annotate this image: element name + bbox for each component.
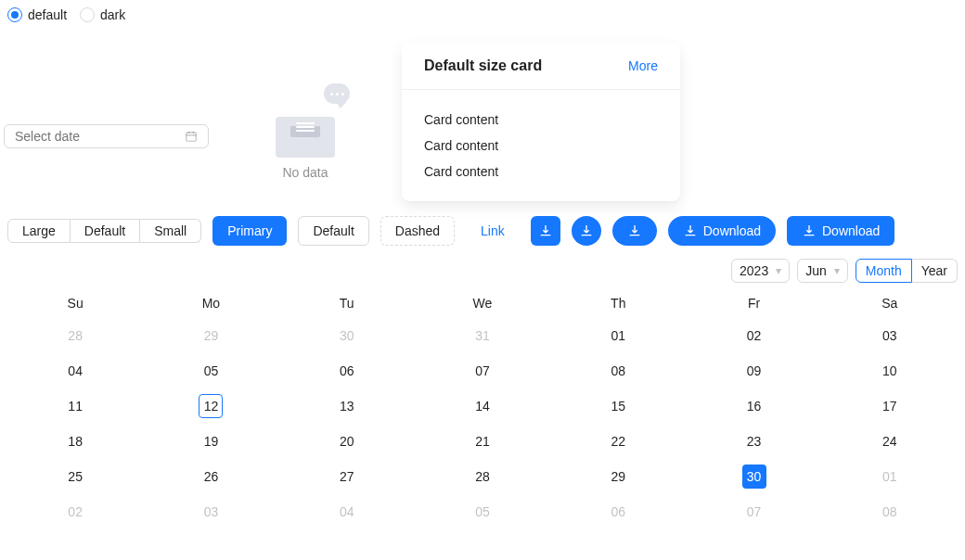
calendar-cell[interactable]: 19	[143, 424, 278, 459]
calendar-date: 07	[742, 500, 766, 524]
calendar-cell[interactable]: 12	[143, 388, 278, 424]
calendar-cell[interactable]: 03	[143, 494, 278, 529]
card-extra-link[interactable]: More	[628, 58, 658, 73]
size-small-button[interactable]: Small	[140, 219, 201, 243]
date-picker[interactable]	[4, 124, 209, 148]
size-button-group: Large Default Small	[7, 219, 201, 243]
calendar-cell[interactable]: 07	[686, 494, 821, 529]
download-icon	[683, 223, 698, 238]
download-button-round[interactable]: Download	[668, 216, 776, 246]
calendar-cell[interactable]: 28	[415, 459, 550, 494]
size-large-button[interactable]: Large	[7, 219, 71, 243]
theme-radio-default[interactable]: default	[7, 7, 67, 22]
calendar: 2023 ▾ Jun ▾ Month Year SuMoTuWeThFrSa 2…	[0, 253, 965, 539]
radio-dot-icon	[7, 7, 22, 22]
calendar-cell[interactable]: 11	[7, 388, 143, 424]
calendar-date: 26	[199, 465, 223, 489]
theme-radio-dark[interactable]: dark	[80, 7, 125, 22]
calendar-cell[interactable]: 06	[550, 494, 686, 529]
calendar-cell[interactable]: 01	[550, 318, 686, 353]
calendar-cell[interactable]: 01	[822, 459, 958, 494]
card-content-line: Card content	[424, 138, 658, 153]
download-button[interactable]: Download	[787, 216, 894, 246]
calendar-date: 24	[878, 429, 902, 453]
primary-button[interactable]: Primary	[212, 216, 287, 246]
empty-illustration-icon	[259, 83, 352, 158]
calendar-cell[interactable]: 22	[550, 424, 686, 459]
calendar-cell[interactable]: 02	[686, 318, 821, 353]
calendar-date: 28	[63, 324, 87, 348]
calendar-cell[interactable]: 30	[686, 459, 821, 494]
calendar-cell[interactable]: 24	[822, 424, 958, 459]
buttons-toolbar: Large Default Small Primary Default Dash…	[0, 209, 965, 253]
size-default-button[interactable]: Default	[71, 219, 140, 243]
calendar-cell[interactable]: 29	[143, 318, 278, 353]
calendar-date: 21	[470, 429, 495, 453]
calendar-date: 01	[878, 465, 902, 489]
mode-year-button[interactable]: Year	[912, 259, 958, 283]
calendar-cell[interactable]: 21	[415, 424, 550, 459]
calendar-cell[interactable]: 04	[279, 494, 415, 529]
calendar-date: 03	[199, 500, 223, 524]
year-select[interactable]: 2023 ▾	[731, 259, 790, 283]
month-select[interactable]: Jun ▾	[797, 259, 848, 283]
button-label: Download	[822, 223, 880, 238]
empty-text: No data	[222, 165, 389, 180]
calendar-date: 27	[335, 465, 359, 489]
weekday-header: Su	[7, 288, 143, 318]
card-content-line: Card content	[424, 112, 658, 127]
calendar-cell[interactable]: 16	[686, 388, 821, 424]
calendar-cell[interactable]: 10	[822, 353, 958, 388]
card-header: Default size card More	[402, 43, 680, 90]
calendar-cell[interactable]: 13	[279, 388, 415, 424]
radio-label: dark	[100, 8, 125, 21]
calendar-cell[interactable]: 05	[415, 494, 550, 529]
default-button[interactable]: Default	[298, 216, 368, 246]
mode-month-button[interactable]: Month	[856, 259, 912, 283]
calendar-cell[interactable]: 25	[7, 459, 143, 494]
calendar-cell[interactable]: 08	[822, 494, 958, 529]
calendar-cell[interactable]: 30	[279, 318, 415, 353]
card: Default size card More Card content Card…	[402, 43, 680, 201]
dashed-button[interactable]: Dashed	[380, 216, 455, 246]
calendar-cell[interactable]: 02	[7, 494, 143, 529]
weekday-header: Mo	[143, 288, 278, 318]
calendar-cell[interactable]: 20	[279, 424, 415, 459]
calendar-date: 30	[742, 465, 766, 489]
calendar-header: 2023 ▾ Jun ▾ Month Year	[7, 253, 958, 288]
calendar-cell[interactable]: 04	[7, 353, 143, 388]
calendar-cell[interactable]: 29	[550, 459, 686, 494]
calendar-cell[interactable]: 09	[686, 353, 821, 388]
calendar-date: 01	[606, 324, 630, 348]
calendar-cell[interactable]: 28	[7, 318, 143, 353]
download-icon-button-round[interactable]	[612, 216, 657, 246]
svg-rect-0	[187, 133, 197, 141]
calendar-date: 06	[335, 359, 359, 383]
download-icon-button-circle[interactable]	[572, 216, 601, 246]
calendar-icon	[185, 130, 198, 143]
calendar-cell[interactable]: 03	[822, 318, 958, 353]
calendar-cell[interactable]: 15	[550, 388, 686, 424]
download-icon-button-square[interactable]	[531, 216, 560, 246]
calendar-cell[interactable]: 27	[279, 459, 415, 494]
calendar-date: 05	[199, 359, 223, 383]
calendar-cell[interactable]: 08	[550, 353, 686, 388]
calendar-cell[interactable]: 05	[143, 353, 278, 388]
date-input[interactable]	[15, 129, 177, 144]
calendar-date: 14	[470, 394, 495, 418]
calendar-cell[interactable]: 26	[143, 459, 278, 494]
calendar-date: 09	[742, 359, 766, 383]
link-button[interactable]: Link	[466, 216, 520, 246]
calendar-cell[interactable]: 23	[686, 424, 821, 459]
calendar-cell[interactable]: 31	[415, 318, 550, 353]
calendar-date: 10	[878, 359, 902, 383]
calendar-grid: SuMoTuWeThFrSa 2829303101020304050607080…	[7, 288, 958, 529]
calendar-cell[interactable]: 07	[415, 353, 550, 388]
calendar-cell[interactable]: 06	[279, 353, 415, 388]
calendar-cell[interactable]: 17	[822, 388, 958, 424]
download-icon	[579, 223, 594, 238]
calendar-cell[interactable]: 18	[7, 424, 143, 459]
calendar-date: 29	[606, 465, 630, 489]
calendar-cell[interactable]: 14	[415, 388, 550, 424]
year-select-value: 2023	[740, 263, 768, 278]
